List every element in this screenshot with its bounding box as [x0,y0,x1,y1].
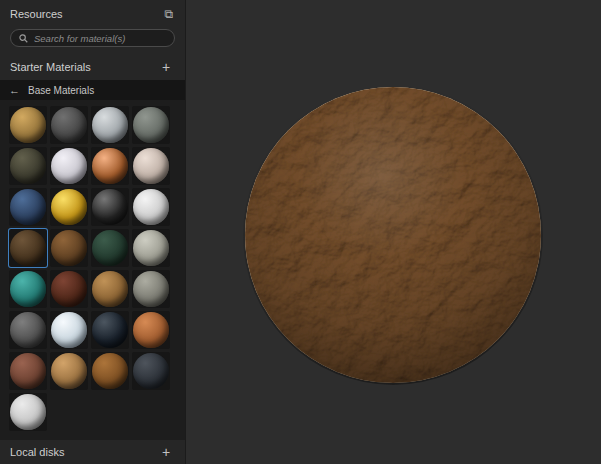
local-disks-label: Local disks [10,446,64,458]
add-local-disk-button[interactable]: + [159,446,173,458]
resources-header: Resources ⧉ [0,0,185,25]
material-thumb-rough-mud[interactable] [50,229,88,267]
material-thumb-brushed-metal[interactable] [91,106,129,144]
viewport-3d[interactable] [186,0,601,464]
material-thumb-white-plaster[interactable] [9,393,47,431]
materials-grid [0,100,185,436]
material-preview-sphere[interactable] [243,85,543,385]
starter-materials-row: Starter Materials + [0,55,185,79]
sphere-geometry [245,87,541,383]
dark-brick-sphere-icon [51,271,87,307]
materials-panel: ← Base Materials [0,80,185,440]
teal-paint-sphere-icon [10,271,46,307]
material-thumb-black-pearl[interactable] [91,311,129,349]
blue-fabric-sphere-icon [10,189,46,225]
material-thumb-terracotta[interactable] [9,352,47,390]
material-thumb-orange-clay[interactable] [132,311,170,349]
material-thumb-black-plastic[interactable] [91,188,129,226]
material-thumb-brown-wood[interactable] [91,352,129,390]
material-thumb-polished-gold[interactable] [50,188,88,226]
resources-title: Resources [10,8,63,20]
black-plastic-sphere-icon [92,189,128,225]
dark-moss-sphere-icon [92,230,128,266]
gray-asphalt-sphere-icon [10,312,46,348]
pink-granite-sphere-icon [133,148,169,184]
tan-leather-sphere-icon [51,353,87,389]
gold-fabric-sphere-icon [10,107,46,143]
starter-materials-label: Starter Materials [10,61,91,73]
breadcrumb[interactable]: ← Base Materials [0,80,185,100]
white-plaster-sphere-icon [10,394,46,430]
polished-copper-sphere-icon [92,148,128,184]
black-pearl-sphere-icon [92,312,128,348]
material-thumb-dark-brick[interactable] [50,270,88,308]
orange-clay-sphere-icon [133,312,169,348]
white-marble-sphere-icon [133,189,169,225]
rough-sand-sphere-icon [92,271,128,307]
dark-dirt-sphere-icon [10,230,46,266]
material-thumb-polished-copper[interactable] [91,147,129,185]
material-thumb-gray-asphalt[interactable] [9,311,47,349]
material-thumb-rough-sand[interactable] [91,270,129,308]
material-thumb-dark-dirt[interactable] [9,229,47,267]
material-thumb-olive-asphalt[interactable] [9,147,47,185]
material-thumb-light-stone[interactable] [132,229,170,267]
material-thumb-dark-concrete[interactable] [50,106,88,144]
local-disks-row: Local disks + [0,440,185,464]
search-row [0,25,185,55]
dark-concrete-sphere-icon [51,107,87,143]
rough-mud-sphere-icon [51,230,87,266]
brushed-metal-sphere-icon [92,107,128,143]
material-thumb-sage-rubber[interactable] [132,106,170,144]
material-thumb-tan-leather[interactable] [50,352,88,390]
undock-panel-icon[interactable]: ⧉ [164,8,173,20]
material-thumb-snow[interactable] [50,311,88,349]
material-thumb-dark-slate[interactable] [132,352,170,390]
material-thumb-teal-paint[interactable] [9,270,47,308]
resources-sidebar: Resources ⧉ Starter Materials + ← Base M… [0,0,186,464]
dirt-sphere-render [243,85,543,385]
search-box[interactable] [10,29,175,47]
material-thumb-dark-moss[interactable] [91,229,129,267]
material-thumb-gold-fabric[interactable] [9,106,47,144]
material-thumb-blue-fabric[interactable] [9,188,47,226]
app-window: Resources ⧉ Starter Materials + ← Base M… [0,0,601,464]
search-input[interactable] [34,33,166,44]
gray-rock-sphere-icon [133,271,169,307]
add-starter-material-button[interactable]: + [159,61,173,73]
dark-slate-sphere-icon [133,353,169,389]
brown-wood-sphere-icon [92,353,128,389]
material-thumb-gray-rock[interactable] [132,270,170,308]
olive-asphalt-sphere-icon [10,148,46,184]
search-icon [19,34,28,43]
material-thumb-white-marble[interactable] [132,188,170,226]
white-ceramic-sphere-icon [51,148,87,184]
sage-rubber-sphere-icon [133,107,169,143]
terracotta-sphere-icon [10,353,46,389]
material-thumb-white-ceramic[interactable] [50,147,88,185]
light-stone-sphere-icon [133,230,169,266]
material-thumb-pink-granite[interactable] [132,147,170,185]
breadcrumb-label: Base Materials [28,85,94,96]
snow-sphere-icon [51,312,87,348]
back-arrow-icon[interactable]: ← [9,85,20,96]
polished-gold-sphere-icon [51,189,87,225]
